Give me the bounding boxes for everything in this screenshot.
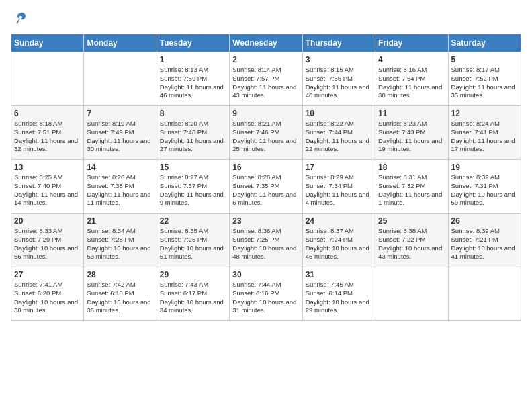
day-number: 28: [87, 270, 153, 279]
day-number: 11: [378, 109, 445, 118]
calendar-week-row: 1Sunrise: 8:13 AM Sunset: 7:59 PM Daylig…: [11, 52, 521, 106]
day-number: 23: [232, 216, 299, 226]
column-header-monday: Monday: [84, 34, 157, 52]
day-number: 16: [232, 163, 299, 172]
day-info: Sunrise: 8:32 AM Sunset: 7:31 PM Dayligh…: [451, 173, 518, 208]
column-header-sunday: Sunday: [11, 34, 84, 52]
day-info: Sunrise: 8:24 AM Sunset: 7:41 PM Dayligh…: [451, 120, 518, 154]
day-number: 25: [378, 216, 445, 226]
calendar-cell: 1Sunrise: 8:13 AM Sunset: 7:59 PM Daylig…: [157, 52, 229, 106]
calendar-header-row: SundayMondayTuesdayWednesdayThursdayFrid…: [11, 34, 521, 52]
day-number: 27: [14, 270, 81, 279]
day-info: Sunrise: 8:21 AM Sunset: 7:46 PM Dayligh…: [232, 120, 299, 154]
day-info: Sunrise: 8:31 AM Sunset: 7:32 PM Dayligh…: [378, 173, 445, 208]
day-info: Sunrise: 8:20 AM Sunset: 7:48 PM Dayligh…: [160, 120, 226, 154]
day-number: 2: [232, 55, 299, 64]
day-number: 17: [306, 163, 372, 172]
day-info: Sunrise: 8:14 AM Sunset: 7:57 PM Dayligh…: [232, 66, 299, 100]
calendar-cell: 12Sunrise: 8:24 AM Sunset: 7:41 PM Dayli…: [448, 106, 521, 160]
day-number: 4: [378, 55, 445, 64]
calendar-cell: 15Sunrise: 8:27 AM Sunset: 7:37 PM Dayli…: [157, 160, 229, 214]
calendar-cell: 28Sunrise: 7:42 AM Sunset: 6:18 PM Dayli…: [84, 267, 157, 321]
day-number: 29: [160, 270, 226, 279]
calendar-cell: 19Sunrise: 8:32 AM Sunset: 7:31 PM Dayli…: [448, 160, 521, 214]
day-number: 5: [451, 55, 518, 64]
day-number: 3: [306, 55, 372, 64]
day-info: Sunrise: 8:22 AM Sunset: 7:44 PM Dayligh…: [306, 120, 372, 154]
calendar-cell: 9Sunrise: 8:21 AM Sunset: 7:46 PM Daylig…: [230, 106, 302, 160]
calendar-cell: 3Sunrise: 8:15 AM Sunset: 7:56 PM Daylig…: [302, 52, 375, 106]
day-info: Sunrise: 8:27 AM Sunset: 7:37 PM Dayligh…: [160, 173, 226, 208]
day-number: 7: [87, 109, 153, 118]
column-header-wednesday: Wednesday: [230, 34, 302, 52]
calendar-cell: 29Sunrise: 7:43 AM Sunset: 6:17 PM Dayli…: [157, 267, 229, 321]
calendar-cell: 20Sunrise: 8:33 AM Sunset: 7:29 PM Dayli…: [11, 214, 84, 267]
day-info: Sunrise: 8:33 AM Sunset: 7:29 PM Dayligh…: [14, 227, 81, 261]
day-info: Sunrise: 8:25 AM Sunset: 7:40 PM Dayligh…: [14, 173, 81, 208]
calendar-week-row: 6Sunrise: 8:18 AM Sunset: 7:51 PM Daylig…: [11, 106, 521, 160]
column-header-thursday: Thursday: [302, 34, 375, 52]
day-info: Sunrise: 8:38 AM Sunset: 7:22 PM Dayligh…: [378, 227, 445, 261]
calendar-cell: 22Sunrise: 8:35 AM Sunset: 7:26 PM Dayli…: [157, 214, 229, 267]
calendar-cell: 11Sunrise: 8:23 AM Sunset: 7:43 PM Dayli…: [375, 106, 448, 160]
day-number: 10: [306, 109, 372, 118]
calendar-cell: [448, 267, 521, 321]
column-header-friday: Friday: [375, 34, 448, 52]
calendar-cell: 31Sunrise: 7:45 AM Sunset: 6:14 PM Dayli…: [302, 267, 375, 321]
calendar-cell: 10Sunrise: 8:22 AM Sunset: 7:44 PM Dayli…: [302, 106, 375, 160]
calendar-cell: 26Sunrise: 8:39 AM Sunset: 7:21 PM Dayli…: [448, 214, 521, 267]
calendar-week-row: 20Sunrise: 8:33 AM Sunset: 7:29 PM Dayli…: [11, 214, 521, 267]
column-header-tuesday: Tuesday: [157, 34, 229, 52]
calendar-cell: 7Sunrise: 8:19 AM Sunset: 7:49 PM Daylig…: [84, 106, 157, 160]
calendar-cell: [375, 267, 448, 321]
day-number: 18: [378, 163, 445, 172]
day-number: 6: [14, 109, 81, 118]
day-number: 8: [160, 109, 226, 118]
calendar-week-row: 27Sunrise: 7:41 AM Sunset: 6:20 PM Dayli…: [11, 267, 521, 321]
calendar-cell: 21Sunrise: 8:34 AM Sunset: 7:28 PM Dayli…: [84, 214, 157, 267]
day-number: 1: [160, 55, 226, 64]
page-header: [11, 11, 521, 26]
day-info: Sunrise: 8:36 AM Sunset: 7:25 PM Dayligh…: [232, 227, 299, 261]
day-number: 12: [451, 109, 518, 118]
day-info: Sunrise: 8:34 AM Sunset: 7:28 PM Dayligh…: [87, 227, 153, 261]
day-info: Sunrise: 8:39 AM Sunset: 7:21 PM Dayligh…: [451, 227, 518, 261]
calendar-cell: 17Sunrise: 8:29 AM Sunset: 7:34 PM Dayli…: [302, 160, 375, 214]
day-info: Sunrise: 8:37 AM Sunset: 7:24 PM Dayligh…: [306, 227, 372, 261]
day-number: 22: [160, 216, 226, 226]
day-info: Sunrise: 8:23 AM Sunset: 7:43 PM Dayligh…: [378, 120, 445, 154]
calendar-cell: 2Sunrise: 8:14 AM Sunset: 7:57 PM Daylig…: [230, 52, 302, 106]
day-number: 20: [14, 216, 81, 226]
calendar-cell: [11, 52, 84, 106]
day-number: 31: [306, 270, 372, 279]
calendar-cell: 6Sunrise: 8:18 AM Sunset: 7:51 PM Daylig…: [11, 106, 84, 160]
day-number: 15: [160, 163, 226, 172]
day-info: Sunrise: 8:35 AM Sunset: 7:26 PM Dayligh…: [160, 227, 226, 261]
day-number: 26: [451, 216, 518, 226]
calendar-cell: 24Sunrise: 8:37 AM Sunset: 7:24 PM Dayli…: [302, 214, 375, 267]
calendar-cell: 8Sunrise: 8:20 AM Sunset: 7:48 PM Daylig…: [157, 106, 229, 160]
day-info: Sunrise: 8:29 AM Sunset: 7:34 PM Dayligh…: [306, 173, 372, 208]
day-info: Sunrise: 8:13 AM Sunset: 7:59 PM Dayligh…: [160, 66, 226, 100]
day-info: Sunrise: 8:16 AM Sunset: 7:54 PM Dayligh…: [378, 66, 445, 100]
calendar-cell: 4Sunrise: 8:16 AM Sunset: 7:54 PM Daylig…: [375, 52, 448, 106]
day-info: Sunrise: 7:43 AM Sunset: 6:17 PM Dayligh…: [160, 281, 226, 315]
calendar-cell: 5Sunrise: 8:17 AM Sunset: 7:52 PM Daylig…: [448, 52, 521, 106]
logo: [11, 11, 28, 26]
day-info: Sunrise: 7:41 AM Sunset: 6:20 PM Dayligh…: [14, 281, 81, 315]
calendar-cell: 30Sunrise: 7:44 AM Sunset: 6:16 PM Dayli…: [230, 267, 302, 321]
calendar-cell: 13Sunrise: 8:25 AM Sunset: 7:40 PM Dayli…: [11, 160, 84, 214]
day-number: 9: [232, 109, 299, 118]
logo-bird-icon: [12, 11, 27, 26]
calendar-cell: 27Sunrise: 7:41 AM Sunset: 6:20 PM Dayli…: [11, 267, 84, 321]
day-number: 30: [232, 270, 299, 279]
day-number: 13: [14, 163, 81, 172]
day-number: 21: [87, 216, 153, 226]
logo-image: [11, 11, 28, 26]
day-info: Sunrise: 7:45 AM Sunset: 6:14 PM Dayligh…: [306, 281, 372, 315]
day-number: 14: [87, 163, 153, 172]
calendar-cell: 14Sunrise: 8:26 AM Sunset: 7:38 PM Dayli…: [84, 160, 157, 214]
calendar-cell: 16Sunrise: 8:28 AM Sunset: 7:35 PM Dayli…: [230, 160, 302, 214]
day-info: Sunrise: 7:44 AM Sunset: 6:16 PM Dayligh…: [232, 281, 299, 315]
day-info: Sunrise: 7:42 AM Sunset: 6:18 PM Dayligh…: [87, 281, 153, 315]
